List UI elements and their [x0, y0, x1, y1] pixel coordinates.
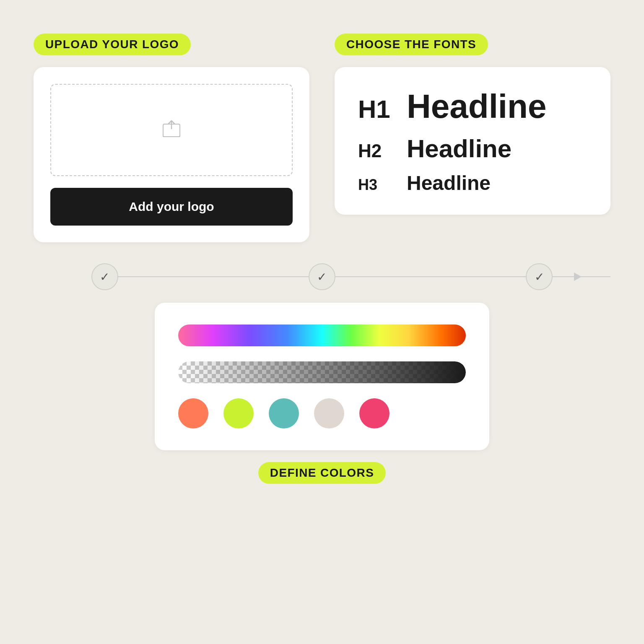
upload-drop-zone[interactable] [50, 84, 293, 176]
upload-icon [159, 117, 184, 143]
swatch-orange[interactable] [178, 398, 208, 428]
font-row-h3: H3 Headline [358, 171, 587, 195]
timeline-node-3: ✓ [526, 263, 553, 290]
rainbow-bar[interactable] [178, 325, 466, 346]
h1-name: Headline [407, 87, 546, 126]
upload-logo-section: UPLOAD YOUR LOGO [34, 34, 309, 242]
choose-fonts-label: CHOOSE THE FONTS [335, 34, 488, 55]
color-swatches [178, 398, 466, 428]
h2-name: Headline [407, 134, 512, 163]
h2-tag: H2 [358, 140, 392, 161]
font-row-h1: H1 Headline [358, 87, 587, 126]
opacity-bar[interactable] [178, 361, 466, 383]
timeline-node-2: ✓ [309, 263, 335, 290]
font-card: H1 Headline H2 Headline H3 Headline [335, 67, 610, 215]
swatch-teal[interactable] [269, 398, 299, 428]
swatch-light-pink[interactable] [314, 398, 344, 428]
timeline-nodes: ✓ ✓ ✓ [91, 263, 553, 290]
choose-fonts-section: CHOOSE THE FONTS H1 Headline H2 Headline… [335, 34, 610, 242]
upload-logo-label: UPLOAD YOUR LOGO [34, 34, 191, 55]
page-container: UPLOAD YOUR LOGO [0, 0, 644, 644]
timeline-arrow [574, 273, 582, 281]
h1-tag: H1 [358, 95, 392, 124]
timeline-row: ✓ ✓ ✓ [34, 263, 610, 290]
bottom-section: DEFINE COLORS [34, 303, 610, 484]
swatch-yellow-green[interactable] [223, 398, 254, 428]
h3-name: Headline [407, 171, 491, 195]
color-card [155, 303, 489, 450]
logo-card: Add your logo [34, 67, 309, 242]
opacity-gradient [178, 361, 466, 383]
h3-tag: H3 [358, 176, 392, 194]
timeline-node-1: ✓ [91, 263, 118, 290]
add-logo-button[interactable]: Add your logo [50, 188, 293, 226]
font-row-h2: H2 Headline [358, 134, 587, 163]
top-row: UPLOAD YOUR LOGO [34, 34, 610, 242]
define-colors-label: DEFINE COLORS [258, 462, 386, 484]
swatch-hot-pink[interactable] [359, 398, 390, 428]
